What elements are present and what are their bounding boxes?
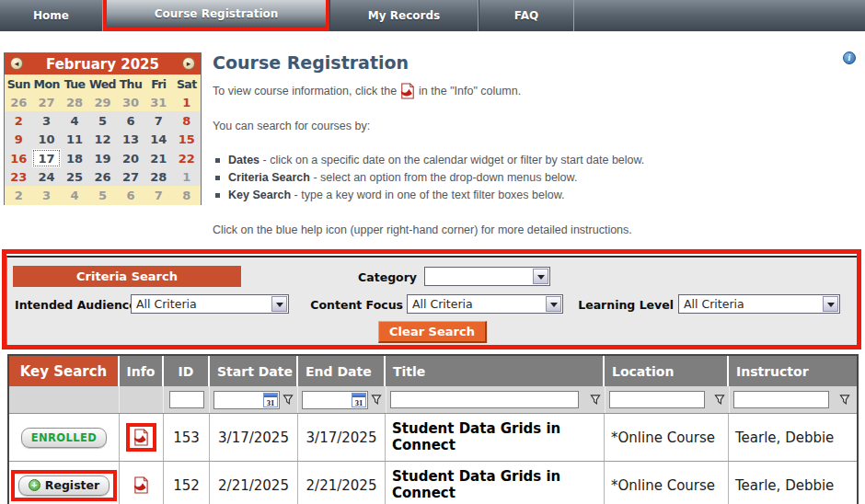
calendar-day[interactable]: 11 [61, 131, 88, 149]
calendar-day[interactable]: 29 [88, 93, 116, 111]
chevron-down-icon[interactable] [533, 269, 548, 284]
calendar-day[interactable]: 2 [5, 186, 32, 204]
id-filter-input[interactable] [169, 391, 204, 408]
date-picker-icon[interactable]: 31 [263, 393, 278, 407]
calendar-day[interactable]: 24 [32, 167, 60, 186]
calendar-day[interactable]: 30 [117, 93, 144, 111]
calendar-day[interactable]: 27 [117, 167, 144, 186]
action-filter-cell [9, 386, 120, 413]
calendar-day[interactable]: 28 [144, 167, 172, 186]
calendar-day[interactable]: 20 [117, 149, 144, 167]
search-intro: You can search for courses by: [213, 120, 834, 132]
info-cell [120, 462, 164, 504]
calendar-day[interactable]: 8 [173, 111, 201, 130]
intended-audience-dropdown-value: All Criteria [136, 297, 197, 311]
info-help-icon[interactable]: i [843, 52, 856, 64]
chevron-down-icon[interactable] [546, 296, 561, 312]
calendar-day[interactable]: 21 [144, 149, 172, 167]
calendar-day[interactable]: 4 [61, 111, 88, 130]
instructor-filter-input[interactable] [733, 391, 829, 408]
action-button[interactable]: + Register [18, 475, 110, 496]
calendar-day[interactable]: 16 [5, 149, 32, 167]
calendar-day[interactable]: 7 [144, 111, 172, 130]
action-cell: + Register [9, 462, 120, 504]
calendar-day[interactable]: 26 [88, 167, 116, 186]
tab-home[interactable]: Home [0, 0, 103, 31]
nav-filler [574, 0, 865, 31]
end-date-filter-box: 31 [302, 391, 368, 409]
calendar-day[interactable]: 9 [5, 131, 32, 149]
content-focus-dropdown[interactable]: All Criteria [407, 294, 563, 314]
calendar-day[interactable]: 26 [5, 93, 32, 111]
calendar-day[interactable]: 6 [117, 111, 144, 130]
calendar-day[interactable]: 27 [32, 93, 60, 111]
date-picker-icon[interactable]: 31 [352, 393, 366, 407]
pdf-icon[interactable] [133, 429, 149, 446]
pdf-icon[interactable] [133, 476, 149, 494]
calendar-day[interactable]: 22 [173, 149, 201, 167]
category-label: Category [311, 270, 417, 284]
calendar-day[interactable]: 8 [173, 186, 201, 204]
title-filter-input[interactable] [390, 391, 579, 408]
calendar-day[interactable]: 3 [32, 111, 60, 130]
calendar-day[interactable]: 6 [117, 186, 144, 204]
calendar-day-selected[interactable]: 17 [32, 149, 60, 167]
row-start-date: 3/17/2025 [210, 414, 298, 461]
chevron-down-icon[interactable] [271, 296, 287, 312]
tab-my-records[interactable]: My Records [329, 0, 479, 31]
calendar-day[interactable]: 2 [5, 111, 32, 130]
header-info: Info [120, 356, 164, 386]
filter-funnel-icon[interactable] [590, 394, 601, 406]
row-end-date: 3/17/2025 [298, 414, 386, 461]
register-plus-icon: + [29, 479, 40, 491]
bullet-desc: - select an option from the drop-down me… [310, 171, 577, 184]
calendar-day[interactable]: 10 [32, 131, 60, 149]
filter-funnel-icon[interactable] [371, 394, 382, 406]
calendar-day[interactable]: 7 [144, 186, 172, 204]
end-date-filter-cell: 31 [298, 386, 386, 413]
calendar-day[interactable]: 13 [117, 131, 144, 149]
calendar-day[interactable]: 14 [144, 131, 172, 149]
pdf-icon [400, 83, 415, 99]
next-month-button[interactable]: ▸ [182, 57, 195, 70]
calendar-day[interactable]: 4 [61, 186, 88, 204]
calendar-day[interactable]: 3 [32, 186, 60, 204]
intended-audience-dropdown[interactable]: All Criteria [131, 294, 289, 314]
row-title-cell: Student Data Grids in Connect [386, 462, 605, 504]
tab-faq[interactable]: FAQ [479, 0, 574, 31]
calendar-day[interactable]: 5 [88, 111, 116, 130]
tab-course-registration[interactable]: Course Registration [103, 0, 329, 31]
date-picker-icon-label: 31 [352, 398, 365, 407]
clear-search-button[interactable]: Clear Search [378, 321, 487, 343]
calendar-day[interactable]: 25 [61, 167, 88, 186]
tab-label: My Records [368, 9, 440, 22]
calendar-day[interactable]: 12 [88, 131, 116, 149]
calendar-day[interactable]: 19 [88, 149, 116, 167]
category-dropdown[interactable] [424, 267, 550, 286]
calendar-day[interactable]: 28 [61, 93, 88, 111]
calendar-day[interactable]: 15 [173, 131, 201, 149]
calendar-day[interactable]: 31 [144, 93, 172, 111]
content-focus-dropdown-value: All Criteria [412, 297, 473, 311]
filter-funnel-icon[interactable] [283, 394, 294, 406]
info-filter-cell [120, 386, 164, 413]
filter-funnel-icon[interactable] [714, 394, 725, 406]
learning-level-dropdown[interactable]: All Criteria [678, 294, 840, 314]
start-date-filter-cell: 31 [210, 386, 298, 413]
calendar-day[interactable]: 23 [5, 167, 32, 186]
prev-month-button[interactable]: ◂ [10, 57, 23, 70]
chevron-down-icon[interactable] [823, 296, 838, 312]
criteria-search-panel: Criteria Search Category Intended Audien… [6, 256, 859, 346]
calendar-day[interactable]: 18 [61, 149, 88, 167]
bullet-term: Key Search [228, 189, 291, 201]
filter-funnel-icon[interactable] [839, 394, 850, 406]
calendar-month-title: February 2025 [46, 56, 159, 73]
location-filter-input[interactable] [609, 391, 705, 408]
calendar-day[interactable]: 1 [173, 167, 201, 186]
action-button[interactable]: + ENROLLED [21, 428, 107, 448]
action-cell: + ENROLLED [9, 414, 120, 461]
calendar-day[interactable]: 5 [88, 186, 116, 204]
list-item: Dates - click on a specific date on the … [213, 154, 834, 166]
bullet-term: Criteria Search [228, 171, 310, 184]
calendar-day[interactable]: 1 [173, 93, 201, 111]
